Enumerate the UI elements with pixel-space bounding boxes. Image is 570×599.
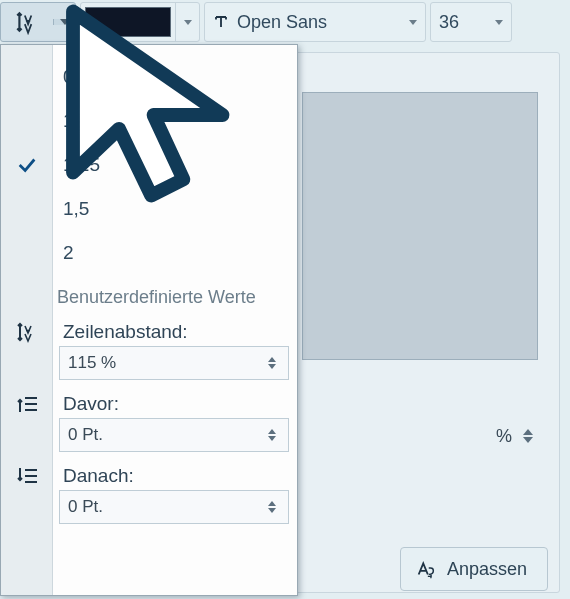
line-spacing-button[interactable] (1, 9, 53, 35)
spinner-buttons[interactable] (262, 429, 282, 441)
line-spacing-option[interactable]: 2 (1, 231, 297, 275)
option-label: 1 (53, 110, 74, 132)
line-spacing-field-spinner[interactable]: 115 % (59, 346, 289, 380)
font-size-select[interactable]: 36 (430, 2, 512, 42)
custom-values-header: Benutzerdefinierte Werte (1, 283, 297, 318)
space-after-field-row: Danach: (1, 464, 297, 488)
line-spacing-field-value: 115 % (68, 353, 262, 373)
font-family-select[interactable]: Open Sans (204, 2, 426, 42)
space-before-field-label: Davor: (53, 393, 119, 415)
spinner-down-icon[interactable] (268, 508, 276, 513)
spinner-up-icon[interactable] (268, 429, 276, 434)
line-spacing-icon (15, 320, 39, 344)
panel-spinner-buttons[interactable] (518, 429, 538, 443)
line-spacing-dropdown-toggle[interactable] (53, 19, 75, 25)
option-label: 0,85 (53, 66, 100, 88)
option-label: 1,5 (53, 198, 89, 220)
style-preview (302, 92, 538, 360)
space-after-field-spinner[interactable]: 0 Pt. (59, 490, 289, 524)
space-before-field-row: Davor: (1, 392, 297, 416)
space-before-icon (15, 392, 39, 416)
spinner-buttons[interactable] (262, 357, 282, 369)
text-effects-icon (415, 558, 437, 580)
spinner-up-icon[interactable] (268, 357, 276, 362)
line-spacing-field-row: Zeilenabstand: (1, 320, 297, 344)
spinner-down-icon[interactable] (268, 436, 276, 441)
spinner-down-icon[interactable] (523, 437, 533, 443)
spinner-up-icon[interactable] (523, 429, 533, 435)
line-spacing-options: 0,8511,151,52Benutzerdefinierte WerteZei… (1, 45, 297, 536)
font-color-swatch[interactable] (85, 7, 171, 37)
panel-spinner-unit: % (496, 426, 512, 447)
font-color-dropdown-toggle[interactable] (175, 3, 199, 41)
panel-spinner-row: % (302, 420, 538, 452)
line-spacing-menu: 0,8511,151,52Benutzerdefinierte WerteZei… (0, 44, 298, 596)
font-color-split-button[interactable] (80, 2, 200, 42)
chevron-down-icon (495, 20, 503, 25)
space-after-icon (15, 464, 39, 488)
space-after-field-value: 0 Pt. (68, 497, 262, 517)
line-spacing-field-icon-slot (1, 320, 53, 344)
font-size-value: 36 (439, 12, 495, 33)
space-before-field-spinner[interactable]: 0 Pt. (59, 418, 289, 452)
anpassen-label: Anpassen (447, 559, 527, 580)
line-spacing-option[interactable]: 1,15 (1, 143, 297, 187)
line-spacing-split-button[interactable] (0, 2, 76, 42)
anpassen-button[interactable]: Anpassen (400, 547, 548, 591)
chevron-down-icon (60, 19, 70, 25)
font-family-value: Open Sans (237, 12, 403, 33)
check-icon (16, 154, 38, 176)
chevron-down-icon (409, 20, 417, 25)
option-label: 1,15 (53, 154, 100, 176)
spinner-up-icon[interactable] (268, 501, 276, 506)
line-spacing-option[interactable]: 0,85 (1, 55, 297, 99)
space-before-field-value: 0 Pt. (68, 425, 262, 445)
spinner-down-icon[interactable] (268, 364, 276, 369)
spinner-buttons[interactable] (262, 501, 282, 513)
space-after-field-label: Danach: (53, 465, 134, 487)
line-spacing-option[interactable]: 1,5 (1, 187, 297, 231)
space-before-field-icon-slot (1, 392, 53, 416)
space-after-field-icon-slot (1, 464, 53, 488)
line-spacing-option[interactable]: 1 (1, 99, 297, 143)
option-label: 2 (53, 242, 74, 264)
chevron-down-icon (184, 20, 192, 25)
line-spacing-field-label: Zeilenabstand: (53, 321, 188, 343)
font-icon (211, 12, 231, 32)
option-check-slot (1, 154, 53, 176)
toolbar: Open Sans 36 (0, 0, 570, 44)
line-spacing-icon (14, 9, 40, 35)
panel-value-spinner[interactable]: % (302, 420, 538, 452)
